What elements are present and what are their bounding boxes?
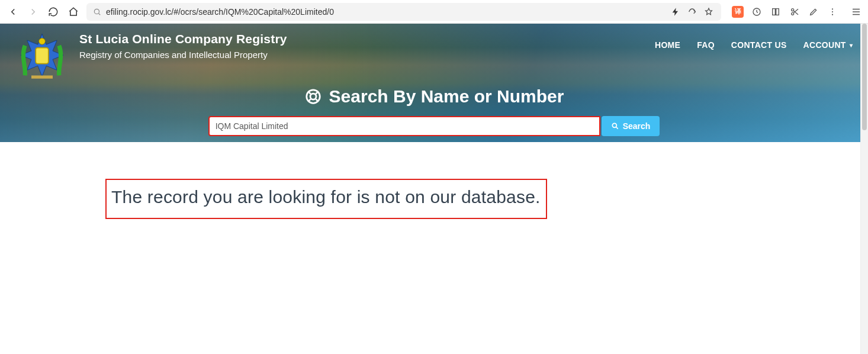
nav-account[interactable]: ACCOUNT ▾ — [803, 40, 853, 50]
svg-point-10 — [310, 94, 316, 99]
clip-icon[interactable] — [789, 6, 801, 18]
nav-faq[interactable]: FAQ — [697, 40, 715, 50]
search-icon — [93, 8, 101, 16]
nav-contact[interactable]: CONTACT US — [731, 40, 787, 50]
coat-of-arms-icon — [15, 30, 69, 83]
home-button[interactable] — [66, 5, 81, 19]
history-icon[interactable] — [751, 6, 763, 18]
search-heading-text: Search By Name or Number — [329, 86, 564, 107]
search-heading: Search By Name or Number — [15, 86, 853, 107]
back-button[interactable] — [6, 5, 20, 19]
svg-point-6 — [832, 14, 833, 15]
chevron-down-icon: ▾ — [850, 42, 853, 49]
result-box: The record you are looking for is not on… — [105, 179, 547, 219]
search-button[interactable]: Search — [602, 116, 660, 136]
lifering-icon — [304, 88, 322, 105]
reader-icon[interactable] — [770, 6, 782, 18]
search-row: Search — [15, 116, 853, 136]
url-text: efiling.rocip.gov.lc/#/ocrs/search/IQM%2… — [106, 7, 665, 17]
site-header: St Lucia Online Company Registry Registr… — [0, 24, 868, 142]
result-message: The record you are looking for is not on… — [111, 187, 541, 207]
site-subtitle: Registry of Companies and Intellectual P… — [79, 50, 287, 60]
bolt-icon[interactable] — [670, 6, 681, 18]
forward-button[interactable] — [26, 5, 40, 19]
svg-rect-7 — [36, 48, 49, 64]
address-bar[interactable]: efiling.rocip.gov.lc/#/ocrs/search/IQM%2… — [86, 3, 721, 21]
browser-toolbar: efiling.rocip.gov.lc/#/ocrs/search/IQM%2… — [0, 0, 868, 24]
brand: St Lucia Online Company Registry Registr… — [15, 30, 287, 83]
extension-icons: 译 — [727, 6, 862, 18]
edit-icon[interactable] — [808, 6, 819, 18]
search-icon — [611, 122, 619, 130]
svg-point-4 — [832, 8, 833, 9]
nav-home[interactable]: HOME — [655, 40, 680, 50]
site-title: St Lucia Online Company Registry — [79, 32, 287, 46]
main-nav: HOME FAQ CONTACT US ACCOUNT ▾ — [655, 30, 853, 50]
svg-point-5 — [832, 11, 833, 12]
svg-point-11 — [612, 123, 616, 127]
content: The record you are looking for is not on… — [0, 142, 868, 219]
svg-point-0 — [94, 9, 99, 14]
star-icon[interactable] — [703, 6, 715, 18]
share-icon[interactable] — [686, 6, 698, 18]
reload-button[interactable] — [46, 5, 60, 19]
translate-icon[interactable]: 译 — [732, 6, 744, 18]
nav-account-label: ACCOUNT — [803, 40, 846, 50]
search-input[interactable] — [208, 116, 600, 136]
svg-point-8 — [39, 38, 46, 44]
more-icon[interactable] — [827, 6, 838, 18]
menu-icon[interactable] — [850, 6, 862, 18]
search-button-label: Search — [623, 121, 651, 131]
